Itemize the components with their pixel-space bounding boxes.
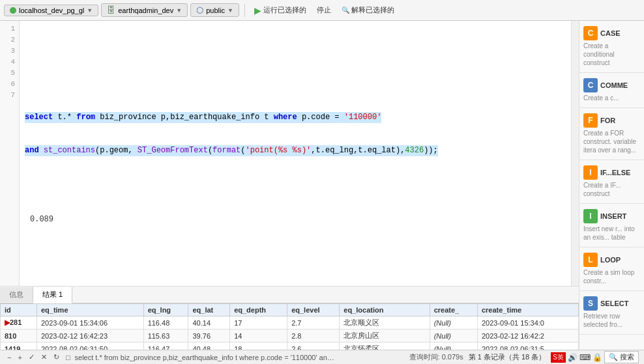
line-num-1: 1 [4, 23, 15, 35]
search-icon[interactable]: 🔍 搜索 [604, 351, 639, 363]
stop-button[interactable]: 停止 [313, 4, 335, 16]
schema-selector[interactable]: ⬡ public ▼ [190, 3, 239, 17]
editor-panel: 1 2 3 4 5 6 7 select t.* from biz_provin… [0, 21, 579, 350]
connection-selector[interactable]: localhost_dev_pg_gl ▼ [4, 5, 98, 16]
sidebar-item-comme[interactable]: C COMME Create a c... [579, 73, 644, 108]
col-header-create-time: create_time [477, 304, 578, 316]
status-btn-square[interactable]: □ [64, 354, 72, 361]
col-header-eq-location: eq_location [340, 304, 430, 316]
sidebar-item-insert[interactable]: I INSERT Insert new r... into an exis...… [579, 204, 644, 247]
sidebar-item-icon: I [583, 165, 598, 180]
cell-eq-time: 2023-09-01 15:34:06 [37, 316, 143, 329]
status-btn-check[interactable]: ✓ [27, 353, 37, 361]
col-header-create: create_ [430, 304, 477, 316]
schema-icon: ⬡ [196, 5, 203, 15]
sidebar-item-header: S SELECT [583, 296, 640, 311]
cell-create-time: 2022-08-02 06:31:5 [477, 343, 578, 350]
sidebar-item-case[interactable]: C CASE Create a conditional construct [579, 21, 644, 73]
right-sidebar: C CASE Create a conditional construct C … [579, 21, 644, 350]
tab-info[interactable]: 信息 [0, 287, 33, 302]
tray-icons: S英 🔊 ⌨ 🔒 🔍 搜索 [551, 351, 639, 363]
line-num-3: 3 [4, 46, 15, 57]
code-scrollbar[interactable] [571, 21, 579, 286]
schema-arrow-icon: ▼ [227, 7, 233, 14]
status-left: − + ✓ ✕ ↻ □ select t.* from biz_province… [5, 353, 336, 361]
status-bar: − + ✓ ✕ ↻ □ select t.* from biz_province… [0, 350, 644, 364]
cell-create-time: 2023-09-01 15:34:0 [477, 316, 578, 329]
line-numbers: 1 2 3 4 5 6 7 [0, 21, 20, 286]
sidebar-item-for[interactable]: F FOR Create a FOR construct. variable i… [579, 108, 644, 160]
sidebar-item-desc: Create a conditional construct [583, 42, 640, 67]
table-row[interactable]: 1419 2022-08-02 06:31:50 116.47 40.48 18… [1, 343, 579, 350]
status-btn-refresh[interactable]: ↻ [51, 353, 61, 361]
sidebar-item-name: LOOP [600, 256, 621, 264]
database-icon: 🗄 [107, 5, 115, 15]
sidebar-item-icon: C [583, 78, 598, 92]
sidebar-item-select[interactable]: S SELECT Retrieve row selected fro... [579, 291, 644, 335]
sidebar-item-icon: I [583, 209, 598, 223]
cell-eq-time: 2022-08-02 06:31:50 [37, 343, 143, 350]
sidebar-items: C CASE Create a conditional construct C … [579, 21, 644, 335]
code-line-1 [25, 46, 566, 57]
cell-eq-location: 北京怀柔区 [340, 343, 430, 350]
sidebar-item-name: COMME [600, 81, 628, 89]
cell-eq-depth: 17 [230, 316, 287, 329]
database-selector[interactable]: 🗄 earthqadmin_dev ▼ [101, 3, 188, 17]
run-button[interactable]: ▶ 运行已选择的 [250, 4, 310, 17]
tray-sound-icon[interactable]: 🔊 [568, 353, 578, 362]
status-btn-plus[interactable]: + [16, 354, 23, 361]
sidebar-item-header: F FOR [583, 113, 640, 128]
table-header-row: id eq_time eq_lng eq_lat eq_depth eq_lev… [1, 304, 579, 316]
cell-eq-lng: 115.63 [143, 329, 188, 343]
sidebar-item-header: C COMME [583, 78, 640, 92]
cell-eq-lat: 40.48 [188, 343, 230, 350]
status-btn-minus[interactable]: − [5, 354, 13, 361]
tray-network-icon[interactable]: 🔒 [593, 353, 602, 362]
line-num-5: 5 [4, 68, 15, 79]
record-info-text: 第 1 条记录（共 18 条） [469, 352, 546, 362]
table-row[interactable]: 810 2023-02-12 16:42:23 115.63 39.76 14 … [1, 329, 579, 343]
tray-keyboard-icon[interactable]: ⌨ [579, 353, 591, 362]
code-editor[interactable]: select t.* from biz_province p,biz_earth… [20, 21, 571, 286]
cell-id: 810 [1, 329, 37, 343]
table-row[interactable]: ▶281 2023-09-01 15:34:06 116.48 40.14 17… [1, 316, 579, 329]
sidebar-item-header: I INSERT [583, 209, 640, 223]
tray-ime-icon[interactable]: S英 [551, 352, 566, 363]
col-header-eq-lat: eq_lat [188, 304, 230, 316]
code-area: 1 2 3 4 5 6 7 select t.* from biz_provin… [0, 21, 579, 287]
cell-eq-depth: 14 [230, 329, 287, 343]
explain-icon: 🔍 [342, 7, 349, 14]
status-right: 查询时间: 0.079s 第 1 条记录（共 18 条） S英 🔊 ⌨ 🔒 🔍 … [409, 351, 639, 363]
col-header-id: id [1, 304, 37, 316]
sidebar-item-header: C CASE [583, 26, 640, 40]
sidebar-item-desc: Retrieve row selected fro... [583, 312, 640, 329]
sidebar-item-loop[interactable]: L LOOP Create a sim loop constr... [579, 247, 644, 291]
status-btn-close[interactable]: ✕ [39, 353, 49, 361]
cell-id: ▶281 [1, 316, 37, 329]
sidebar-item-if---else[interactable]: I IF...ELSE Create a IF... construct [579, 160, 644, 204]
code-line-6: 0.089 [25, 212, 566, 228]
connection-label: localhost_dev_pg_gl [19, 7, 84, 14]
cell-eq-level: 2.7 [287, 316, 340, 329]
cell-eq-location: 北京顺义区 [340, 316, 430, 329]
cell-eq-lat: 40.14 [188, 316, 230, 329]
connection-arrow-icon: ▼ [87, 7, 93, 14]
sidebar-item-name: FOR [600, 117, 615, 124]
cell-eq-level: 2.8 [287, 329, 340, 343]
code-line-7 [25, 250, 566, 261]
sidebar-item-icon: F [583, 113, 598, 128]
sidebar-item-name: CASE [600, 29, 621, 37]
sidebar-item-desc: Create a sim loop constr... [583, 268, 640, 285]
stop-label: 停止 [317, 6, 331, 14]
cell-eq-time: 2023-02-12 16:42:23 [37, 329, 143, 343]
toolbar-separator [244, 4, 245, 17]
sidebar-item-icon: S [583, 296, 598, 311]
results-area[interactable]: id eq_time eq_lng eq_lat eq_depth eq_lev… [0, 303, 579, 350]
col-header-eq-level: eq_level [287, 304, 340, 316]
sidebar-item-header: L LOOP [583, 253, 640, 267]
cell-create: (Null) [430, 316, 477, 329]
explain-button[interactable]: 🔍 解释已选择的 [338, 4, 398, 16]
tab-result1[interactable]: 结果 1 [33, 287, 72, 303]
line-num-7: 7 [4, 90, 15, 101]
connection-group: localhost_dev_pg_gl ▼ 🗄 earthqadmin_dev … [4, 3, 239, 17]
